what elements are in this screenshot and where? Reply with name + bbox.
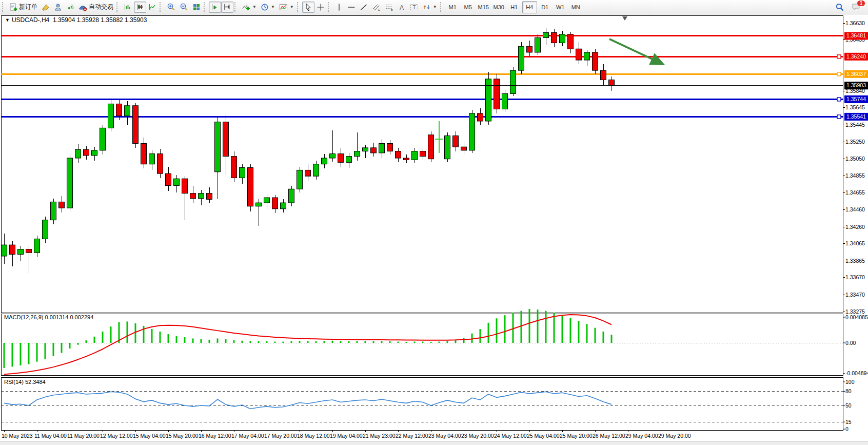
svg-text:1.36630: 1.36630 xyxy=(845,20,865,26)
zoom-out-button[interactable] xyxy=(177,2,190,13)
toolbar-gripper xyxy=(2,2,5,12)
tile-windows-button[interactable] xyxy=(190,2,203,13)
chat-button[interactable]: 1 xyxy=(850,2,863,13)
symbol-dropdown-icon[interactable]: ▼ xyxy=(5,17,10,23)
new-order-icon xyxy=(9,3,17,11)
cursor-arrow-icon xyxy=(304,3,312,11)
chart-canvas[interactable]: 1.366301.364351.358401.356451.354451.352… xyxy=(0,0,868,445)
timeframe-d1-button[interactable]: D1 xyxy=(538,1,553,13)
svg-text:29 May 04:00: 29 May 04:00 xyxy=(625,433,658,439)
svg-text:1.35645: 1.35645 xyxy=(845,104,865,110)
svg-text:1.35250: 1.35250 xyxy=(845,139,865,145)
svg-text:16 May 12:00: 16 May 12:00 xyxy=(199,433,231,439)
zoom-out-icon xyxy=(180,3,188,11)
ohlc-values: 1.35904 1.35928 1.35882 1.35903 xyxy=(53,16,147,24)
svg-text:1.35744: 1.35744 xyxy=(846,96,866,102)
auto-trading-icon xyxy=(78,3,87,11)
auto-scroll-button[interactable] xyxy=(209,2,221,13)
chevron-down-icon: ▼ xyxy=(271,5,275,9)
mt4-terminal: { "toolbar": { "new_order_label": "新订单",… xyxy=(0,0,868,445)
styler-button[interactable] xyxy=(40,2,52,13)
auto-trading-button[interactable]: 自动交易 xyxy=(76,2,115,13)
svg-text:17 May 20:00: 17 May 20:00 xyxy=(264,433,297,439)
svg-text:A: A xyxy=(400,4,404,11)
auto-trading-label: 自动交易 xyxy=(89,3,113,11)
svg-text:F: F xyxy=(391,8,393,11)
timeframe-m30-button[interactable]: M30 xyxy=(491,1,506,13)
toolbar-gripper xyxy=(328,2,331,12)
svg-text:1.36037: 1.36037 xyxy=(846,71,866,77)
arrows-tool-button[interactable]: ▼ xyxy=(421,2,439,13)
cursor-button[interactable] xyxy=(302,2,314,13)
svg-text:23 May 04:00: 23 May 04:00 xyxy=(428,433,461,439)
bar-chart-icon xyxy=(124,3,132,11)
clock-icon xyxy=(261,3,269,11)
chart-shift-icon xyxy=(223,3,231,11)
macd-indicator-label: MACD(12,26,9) 0.001314 0.002294 xyxy=(4,314,93,320)
symbol-period-label: USDCAD-,H4 xyxy=(12,16,49,24)
svg-text:11 May 20:00: 11 May 20:00 xyxy=(67,433,100,439)
svg-text:1.35445: 1.35445 xyxy=(845,122,865,128)
zoom-in-button[interactable] xyxy=(165,2,177,13)
timeframe-m1-button[interactable]: M1 xyxy=(445,1,460,13)
channel-tool-button[interactable]: E xyxy=(370,2,383,13)
arrow-objects-icon xyxy=(423,3,431,11)
timeframe-m5-button[interactable]: M5 xyxy=(461,1,476,13)
templates-button[interactable]: ▼ xyxy=(277,2,296,13)
candlestick-icon xyxy=(136,3,144,11)
svg-text:23 May 20:00: 23 May 20:00 xyxy=(461,433,494,439)
bar-chart-mode-button[interactable] xyxy=(122,2,134,13)
equidistant-channel-icon: E xyxy=(372,3,381,11)
profile-person-icon xyxy=(54,3,62,11)
text-label-tool-button[interactable]: T xyxy=(408,2,421,13)
svg-text:-0.004894: -0.004894 xyxy=(845,370,868,376)
timeframe-h4-button[interactable]: H4 xyxy=(522,1,537,13)
svg-text:1.34065: 1.34065 xyxy=(845,240,865,246)
svg-text:100: 100 xyxy=(845,379,855,385)
svg-text:12 May 12:00: 12 May 12:00 xyxy=(100,433,133,439)
svg-text:24 May 12:00: 24 May 12:00 xyxy=(494,433,527,439)
svg-text:17 May 04:00: 17 May 04:00 xyxy=(231,433,264,439)
timeframe-w1-button[interactable]: W1 xyxy=(553,1,568,13)
svg-text:1.33865: 1.33865 xyxy=(845,258,865,264)
candlestick-mode-button[interactable] xyxy=(134,2,146,13)
trendline-tool-button[interactable] xyxy=(358,2,370,13)
svg-text:1.36240: 1.36240 xyxy=(846,53,866,60)
svg-text:0: 0 xyxy=(845,426,849,432)
text-tool-button[interactable]: A xyxy=(396,2,408,13)
chevron-down-icon: ▼ xyxy=(252,5,257,9)
new-order-button[interactable]: 新订单 xyxy=(7,2,40,13)
indicators-icon xyxy=(242,3,250,11)
svg-text:15: 15 xyxy=(845,419,852,425)
toolbar-gripper xyxy=(116,2,120,12)
line-chart-icon xyxy=(148,3,156,11)
svg-text:1.33670: 1.33670 xyxy=(845,274,865,280)
trendline-icon xyxy=(360,3,368,11)
search-button[interactable] xyxy=(833,2,846,13)
svg-text:1.34655: 1.34655 xyxy=(845,189,865,196)
vertical-line-tool-button[interactable] xyxy=(333,2,345,13)
text-a-icon: A xyxy=(398,3,405,11)
main-toolbar: 新订单 自动交易 xyxy=(0,0,868,14)
indicators-button[interactable]: ▼ xyxy=(240,2,259,13)
horizontal-line-tool-button[interactable] xyxy=(345,2,358,13)
chart-shift-button[interactable] xyxy=(221,2,233,13)
timeframe-h1-button[interactable]: H1 xyxy=(507,1,522,13)
line-chart-mode-button[interactable] xyxy=(146,2,159,13)
new-order-label: 新订单 xyxy=(19,3,37,11)
periods-button[interactable]: ▼ xyxy=(259,2,277,13)
timeframe-mn-button[interactable]: MN xyxy=(568,1,583,13)
profile-button[interactable] xyxy=(52,2,64,13)
svg-text:1.35050: 1.35050 xyxy=(845,156,865,162)
toolbar-right: 1 xyxy=(833,2,867,13)
fibonacci-tool-button[interactable]: F xyxy=(383,2,396,13)
svg-text:1.34855: 1.34855 xyxy=(845,172,865,179)
crosshair-button[interactable] xyxy=(314,2,327,13)
paint-bucket-icon xyxy=(42,3,50,11)
vertical-line-icon xyxy=(336,3,343,11)
timeframe-m15-button[interactable]: M15 xyxy=(476,1,491,13)
svg-text:0.004085: 0.004085 xyxy=(845,314,868,320)
chevron-down-icon: ▼ xyxy=(290,5,294,9)
signals-button[interactable] xyxy=(64,2,76,13)
svg-text:10 May 2023: 10 May 2023 xyxy=(2,433,33,439)
